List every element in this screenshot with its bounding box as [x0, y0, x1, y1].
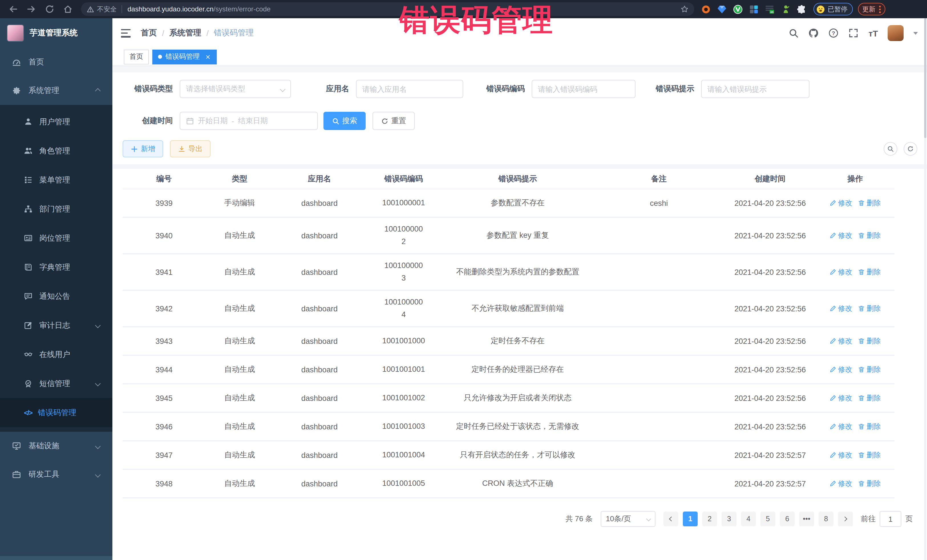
delete-link[interactable]: 删除 — [858, 479, 881, 489]
page-button-5[interactable]: 5 — [760, 511, 775, 527]
caret-down-icon[interactable] — [913, 32, 918, 35]
edit-link[interactable]: 修改 — [830, 422, 852, 431]
profile-paused-badge[interactable]: 已暂停 — [813, 3, 853, 15]
sidebar-item-dict-mgmt[interactable]: 字典管理 — [0, 253, 112, 282]
search-button[interactable]: 搜索 — [324, 112, 366, 130]
edit-link[interactable]: 修改 — [830, 304, 852, 313]
page-scrollbar[interactable] — [924, 18, 926, 560]
page-button-4[interactable]: 4 — [741, 511, 756, 527]
active-dot-icon — [158, 55, 162, 59]
edit-link[interactable]: 修改 — [830, 336, 852, 346]
edit-link[interactable]: 修改 — [830, 393, 852, 403]
reset-button[interactable]: 重置 — [372, 112, 415, 130]
breadcrumb-system[interactable]: 系统管理 — [169, 28, 201, 38]
extension-green-v-icon[interactable] — [733, 4, 743, 14]
cell-msg: 定时任务的处理器已经存在 — [442, 364, 593, 375]
tab-home[interactable]: 首页 — [124, 49, 149, 64]
delete-link[interactable]: 删除 — [858, 450, 881, 460]
browser-menu-icon[interactable] — [879, 5, 880, 13]
close-icon[interactable] — [205, 54, 211, 60]
delete-link[interactable]: 删除 — [858, 336, 881, 346]
browser-home-icon[interactable] — [63, 4, 73, 14]
error-hint-input[interactable] — [707, 85, 803, 93]
app-name-input[interactable] — [362, 85, 457, 93]
tab-error-code-mgmt[interactable]: 错误码管理 — [152, 49, 217, 64]
edit-link[interactable]: 修改 — [830, 267, 852, 277]
search-icon[interactable] — [789, 28, 799, 38]
sidebar-item-notice-mgmt[interactable]: 通知公告 — [0, 282, 112, 311]
export-button[interactable]: 导出 — [170, 140, 211, 157]
code-icon: </> — [24, 408, 32, 417]
date-range-picker[interactable]: 开始日期 - 结束日期 — [180, 112, 318, 130]
error-code-type-select[interactable]: 请选择错误码类型 — [180, 80, 291, 98]
app-logo-row[interactable]: 芋道管理系统 — [0, 18, 112, 48]
sidebar-item-home[interactable]: 首页 — [0, 48, 112, 76]
page-size-select[interactable]: 10条/页 — [601, 511, 655, 527]
browser-reload-icon[interactable] — [44, 4, 55, 14]
sidebar-item-user-mgmt[interactable]: 用户管理 — [0, 107, 112, 136]
extension-gem-icon[interactable] — [717, 4, 727, 14]
delete-link[interactable]: 删除 — [858, 304, 881, 313]
extension-figure-icon[interactable] — [781, 4, 791, 14]
edit-label: 修改 — [838, 267, 852, 277]
avatar[interactable] — [887, 25, 904, 41]
page-unit-label: 页 — [905, 514, 913, 524]
goto-page-input[interactable] — [880, 511, 901, 527]
extension-list-on-icon[interactable]: on — [765, 4, 775, 14]
error-code-input[interactable] — [538, 85, 629, 93]
sidebar-item-post-mgmt[interactable]: 岗位管理 — [0, 223, 112, 253]
delete-link[interactable]: 删除 — [858, 231, 881, 240]
extension-grid-icon[interactable] — [749, 4, 759, 14]
sidebar-item-dept-mgmt[interactable]: 部门管理 — [0, 194, 112, 223]
refresh-icon-button[interactable] — [904, 142, 917, 156]
browser-update-button[interactable]: 更新 — [858, 3, 885, 15]
scrollbar-thumb[interactable] — [924, 18, 926, 138]
hamburger-icon[interactable] — [121, 29, 131, 37]
sidebar-item-system[interactable]: 系统管理 — [0, 76, 112, 105]
sidebar-item-audit-log[interactable]: 审计日志 — [0, 311, 112, 340]
add-button[interactable]: 新增 — [123, 140, 163, 157]
help-icon[interactable]: ? — [828, 28, 839, 38]
sidebar-item-menu-mgmt[interactable]: 菜单管理 — [0, 165, 112, 194]
edit-link[interactable]: 修改 — [830, 231, 852, 240]
edit-link[interactable]: 修改 — [830, 365, 852, 374]
page-button-1[interactable]: 1 — [683, 511, 698, 527]
delete-link[interactable]: 删除 — [858, 267, 881, 277]
delete-link[interactable]: 删除 — [858, 365, 881, 374]
delete-link[interactable]: 删除 — [858, 393, 881, 403]
sidebar-item-error-code-mgmt[interactable]: </> 错误码管理 — [0, 398, 112, 427]
address-bar[interactable]: 不安全 dashboard.yudao.iocoder.cn/system/er… — [81, 2, 694, 16]
extension-orange-icon[interactable] — [701, 4, 711, 14]
next-page-button[interactable] — [838, 511, 853, 527]
dashboard-icon — [12, 58, 21, 67]
edit-link[interactable]: 修改 — [830, 479, 852, 489]
fullscreen-icon[interactable] — [849, 28, 859, 38]
sidebar-item-sms-mgmt[interactable]: 短信管理 — [0, 369, 112, 398]
delete-link[interactable]: 删除 — [858, 198, 881, 208]
page-button-6[interactable]: 6 — [780, 511, 795, 527]
github-icon[interactable] — [808, 28, 819, 38]
font-size-icon[interactable]: ᴛT — [869, 29, 878, 37]
extension-puzzle-icon[interactable] — [797, 4, 807, 14]
edit-link[interactable]: 修改 — [830, 198, 852, 208]
sidebar-item-role-mgmt[interactable]: 角色管理 — [0, 136, 112, 165]
edit-link[interactable]: 修改 — [830, 450, 852, 460]
page-button-3[interactable]: 3 — [722, 511, 737, 527]
column-header: 类型 — [205, 174, 274, 184]
sidebar-item-infrastructure[interactable]: 基础设施 — [0, 432, 112, 460]
prev-page-button[interactable] — [663, 511, 678, 527]
breadcrumb-home[interactable]: 首页 — [141, 28, 157, 38]
page-button-2[interactable]: 2 — [702, 511, 717, 527]
page-button-8[interactable]: 8 — [819, 511, 833, 527]
sidebar-item-online-users[interactable]: 在线用户 — [0, 340, 112, 369]
bookmark-star-icon[interactable] — [681, 5, 688, 13]
browser-forward-icon[interactable] — [26, 4, 36, 14]
tags-view-bar: 首页 错误码管理 — [112, 48, 927, 66]
cell-code: 1001001005 — [365, 477, 442, 490]
security-label[interactable]: 不安全 — [97, 5, 117, 14]
page-ellipsis[interactable]: ••• — [799, 511, 814, 527]
show-search-icon-button[interactable] — [884, 142, 897, 156]
delete-link[interactable]: 删除 — [858, 422, 881, 431]
browser-back-icon[interactable] — [8, 4, 18, 14]
sidebar-item-dev-tools[interactable]: 研发工具 — [0, 460, 112, 489]
